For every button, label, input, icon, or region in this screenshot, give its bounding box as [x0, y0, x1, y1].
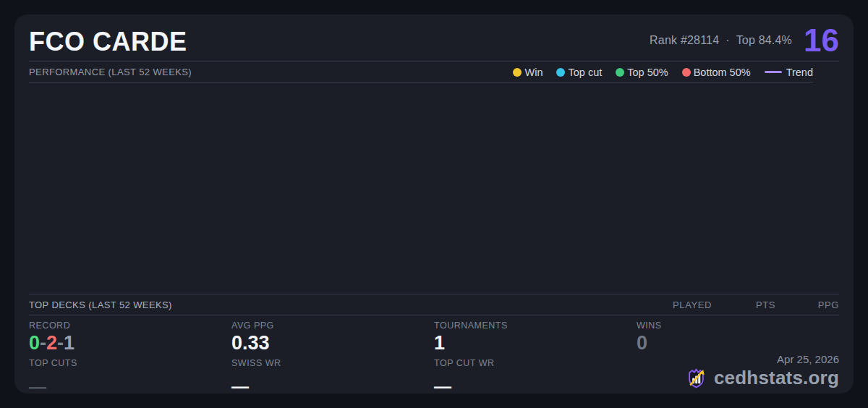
stat-label: WINS [637, 320, 839, 331]
top-decks-section-title: TOP DECKS (LAST 52 WEEKS) [29, 299, 172, 310]
stat-label: RECORD [29, 320, 231, 331]
brand: cedhstats.org [685, 367, 839, 389]
record-separator: - [40, 332, 46, 354]
legend-item-topcut: Top cut [556, 67, 602, 78]
score-value: 16 [804, 26, 839, 55]
legend-item-win: Win [513, 67, 542, 78]
cedhstats-logo-icon [685, 367, 707, 389]
tournaments-value: 1 [434, 332, 637, 354]
stat-tournaments: TOURNAMENTS 1 TOP CUT WR — [434, 320, 637, 395]
legend-label: Top cut [568, 67, 602, 78]
rank-label: Rank #28114 [650, 34, 719, 47]
stats-summary: RECORD 0-2-1 TOP CUTS — AVG PPG 0.33 SWI… [29, 315, 839, 395]
chart-legend: Win Top cut Top 50% Bottom 50% Trend [513, 67, 813, 78]
top-cut-wr-value: — [434, 378, 637, 395]
top50-dot-icon [616, 68, 624, 77]
legend-label: Win [524, 67, 542, 78]
top-cuts-value: — [29, 378, 231, 395]
record-draws: 1 [64, 332, 75, 354]
stat-sublabel: TOP CUT WR [434, 358, 637, 368]
rank-separator: · [726, 34, 729, 47]
swiss-wr-value: — [231, 378, 434, 395]
legend-item-top50: Top 50% [616, 67, 668, 78]
legend-label: Bottom 50% [694, 67, 751, 78]
player-stats-card: FCO CARDE Rank #28114 · Top 84.4% 16 PER… [14, 14, 854, 394]
wins-value: 0 [637, 332, 839, 354]
stat-label: TOURNAMENTS [434, 320, 637, 331]
performance-section: PERFORMANCE (LAST 52 WEEKS) Win Top cut … [29, 61, 839, 83]
bottom50-dot-icon [682, 68, 691, 77]
win-dot-icon [513, 68, 522, 77]
top-decks-column-headers: PLAYED PTS PPG [638, 299, 839, 310]
legend-item-bottom50: Bottom 50% [682, 67, 751, 78]
stat-avg-ppg: AVG PPG 0.33 SWISS WR — [231, 320, 434, 395]
column-header-pts: PTS [746, 299, 775, 310]
performance-chart [29, 83, 839, 294]
record-losses: 2 [46, 332, 57, 354]
legend-label: Trend [786, 67, 813, 78]
legend-item-trend: Trend [765, 67, 813, 78]
stat-sublabel: TOP CUTS [29, 358, 231, 368]
topcut-dot-icon [556, 68, 565, 77]
legend-label: Top 50% [627, 67, 668, 78]
rank-summary: Rank #28114 · Top 84.4% 16 [650, 26, 839, 55]
column-header-ppg: PPG [810, 299, 839, 310]
card-header: FCO CARDE Rank #28114 · Top 84.4% 16 [29, 14, 839, 61]
date-label: Apr 25, 2026 [777, 353, 839, 365]
avg-ppg-value: 0.33 [231, 332, 434, 354]
column-header-played: PLAYED [673, 299, 712, 310]
record-wins: 0 [29, 332, 40, 354]
stat-record: RECORD 0-2-1 TOP CUTS — [29, 320, 231, 395]
card-footer: Apr 25, 2026 cedhstats.org [685, 353, 839, 389]
performance-section-title: PERFORMANCE (LAST 52 WEEKS) [29, 67, 192, 77]
site-link[interactable]: cedhstats.org [714, 367, 839, 389]
record-value: 0-2-1 [29, 332, 231, 354]
trend-line-icon [765, 71, 782, 73]
top-percent-label: Top 84.4% [736, 34, 792, 47]
stat-sublabel: SWISS WR [231, 358, 434, 368]
top-decks-section: TOP DECKS (LAST 52 WEEKS) PLAYED PTS PPG [29, 294, 839, 315]
page-title: FCO CARDE [29, 29, 187, 55]
record-separator: - [57, 332, 64, 354]
stat-label: AVG PPG [231, 320, 434, 331]
